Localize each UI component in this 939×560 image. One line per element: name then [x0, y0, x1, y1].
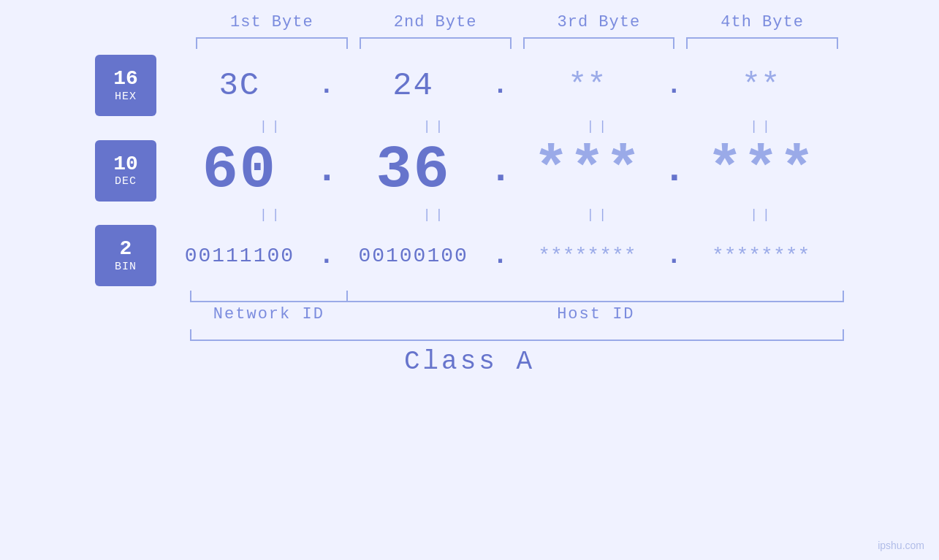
hex-base-num: 16 [113, 68, 138, 91]
bin-base-num: 2 [120, 238, 132, 261]
dec-b1: 60 [164, 137, 316, 204]
dot-dec-1: . [316, 149, 338, 192]
watermark: ipshu.com [878, 540, 924, 551]
class-label-row: Class A [95, 347, 844, 377]
sep-col-2: || [354, 119, 517, 134]
hex-b1: 3C [164, 67, 316, 104]
hex-b3: ** [512, 67, 664, 104]
class-label: Class A [404, 347, 535, 377]
byte3-header: 3rd Byte [517, 13, 681, 31]
dot-dec-2: . [490, 149, 512, 192]
sep-col-b3: || [517, 207, 681, 222]
sep-col-b1: || [190, 207, 354, 222]
bracket-byte4 [686, 37, 838, 49]
byte2-header: 2nd Byte [354, 13, 517, 31]
host-id-label: Host ID [348, 305, 844, 323]
class-bracket [190, 329, 844, 341]
sep-col-b4: || [680, 207, 844, 222]
hex-b4: ** [685, 67, 837, 104]
host-bracket [348, 291, 844, 302]
byte-headers: 1st Byte 2nd Byte 3rd Byte 4th Byte [190, 13, 844, 31]
byte4-header: 4th Byte [680, 13, 844, 31]
bin-values: 00111100 . 00100100 . ******** . *******… [156, 241, 844, 271]
sep-hex-dec: || || || || [190, 116, 844, 137]
hex-base-label: HEX [115, 91, 137, 103]
dec-badge: 10 DEC [95, 140, 156, 202]
sep-col-4: || [680, 119, 844, 134]
bin-base-label: BIN [115, 261, 137, 273]
bracket-byte3 [523, 37, 675, 49]
dot-bin-2: . [490, 241, 512, 271]
bin-b2: 00100100 [338, 245, 490, 267]
dec-b3: *** [512, 137, 664, 204]
dot-hex-1: . [316, 71, 338, 101]
hex-b2: 24 [338, 67, 490, 104]
bin-b1: 00111100 [164, 245, 316, 267]
sep-col-3: || [517, 119, 681, 134]
main-container: 1st Byte 2nd Byte 3rd Byte 4th Byte 16 H… [0, 0, 939, 560]
dec-b2: 36 [338, 137, 490, 204]
bracket-byte2 [360, 37, 512, 49]
dec-values: 60 . 36 . *** . *** [156, 137, 844, 204]
sep-dec-bin: || || || || [190, 204, 844, 225]
bin-b4: ******** [685, 245, 837, 267]
dot-hex-3: . [663, 71, 685, 101]
dot-bin-3: . [663, 241, 685, 271]
bracket-byte1 [196, 37, 348, 49]
byte1-header: 1st Byte [190, 13, 354, 31]
sep-col-1: || [190, 119, 354, 134]
bottom-brackets [190, 291, 844, 302]
dec-row: 10 DEC 60 . 36 . *** . *** [95, 137, 844, 204]
bin-row: 2 BIN 00111100 . 00100100 . ******** . *… [95, 225, 844, 286]
sep-col-b2: || [354, 207, 517, 222]
bin-badge: 2 BIN [95, 225, 156, 286]
network-bracket [190, 291, 348, 302]
dec-b4: *** [685, 137, 837, 204]
hex-badge: 16 HEX [95, 55, 156, 116]
hex-values: 3C . 24 . ** . ** [156, 67, 844, 104]
dec-base-label: DEC [115, 175, 137, 188]
top-bracket-row [190, 37, 844, 49]
dec-base-num: 10 [113, 153, 138, 176]
dot-dec-3: . [663, 149, 685, 192]
hex-row: 16 HEX 3C . 24 . ** . ** [95, 55, 844, 116]
dot-hex-2: . [490, 71, 512, 101]
dot-bin-1: . [316, 241, 338, 271]
network-id-label: Network ID [190, 305, 348, 323]
id-label-row: Network ID Host ID [190, 305, 844, 323]
bin-b3: ******** [512, 245, 664, 267]
